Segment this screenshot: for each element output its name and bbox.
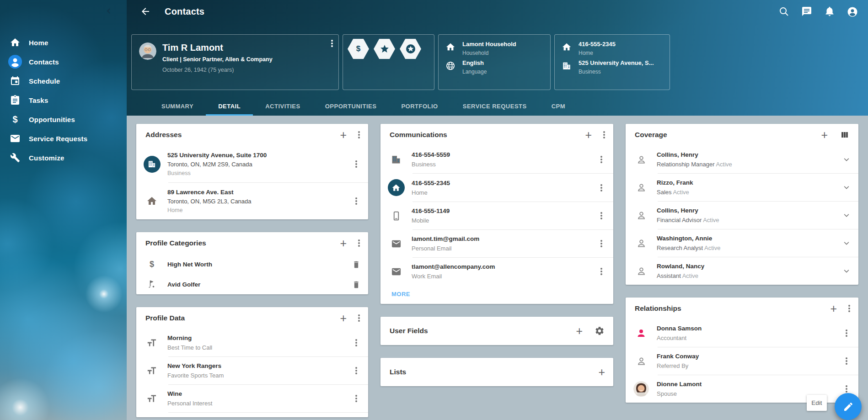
- profile-data-menu-icon[interactable]: [358, 317, 360, 319]
- communication-row-menu-icon[interactable]: [600, 187, 602, 189]
- sidebar-item-label: Customize: [29, 154, 64, 162]
- coverage-columns-icon[interactable]: [839, 129, 850, 140]
- relationship-row-menu-icon[interactable]: [846, 332, 847, 334]
- sidebar-item-schedule[interactable]: Schedule: [0, 71, 127, 90]
- addresses-menu-icon[interactable]: [358, 134, 360, 136]
- tab-portfolio[interactable]: PORTFOLIO: [389, 96, 450, 116]
- address-row-menu-icon[interactable]: [355, 163, 357, 165]
- communications-more-link[interactable]: MORE: [380, 285, 613, 304]
- sidebar-item-home[interactable]: Home: [0, 33, 127, 52]
- user-fields-settings-icon[interactable]: [594, 325, 605, 336]
- relationship-role: Referred By: [657, 362, 835, 369]
- primary-address-label: Business: [579, 69, 654, 75]
- back-arrow-icon[interactable]: [140, 6, 151, 17]
- edit-fab-button[interactable]: [835, 393, 862, 420]
- coverage-expand-button[interactable]: [835, 239, 858, 248]
- sidebar-item-label: Opportunities: [29, 116, 75, 123]
- chevron-down-icon: [842, 239, 851, 248]
- profile-data-row-menu-icon[interactable]: [355, 342, 357, 344]
- add-profile-data-button[interactable]: +: [340, 314, 347, 323]
- hero-cards-row: Tim R Lamont Client | Senior Partner, Al…: [127, 23, 868, 90]
- account-icon[interactable]: [847, 6, 858, 17]
- address-row: 89 Lawrence Ave. East Toronto, ON, M5G 2…: [136, 183, 368, 219]
- add-address-button[interactable]: +: [340, 130, 347, 139]
- communication-row-menu-icon[interactable]: [600, 159, 602, 160]
- sidebar-item-customize[interactable]: Customize: [0, 148, 127, 167]
- delete-category-button[interactable]: [344, 260, 368, 269]
- profile-data-row: New York Rangers Favorite Sports Team: [136, 357, 368, 384]
- card-title: Profile Data: [145, 314, 185, 322]
- tab-summary[interactable]: SUMMARY: [149, 96, 206, 116]
- badges-card: $: [343, 34, 434, 90]
- profile-categories-card: Profile Categories + $ High Net Worth A: [136, 232, 368, 294]
- sidebar-collapse-button[interactable]: [104, 6, 114, 16]
- dollar-icon: $: [8, 112, 22, 127]
- tab-opportunities[interactable]: OPPORTUNITIES: [313, 96, 389, 116]
- sidebar-item-contacts[interactable]: Contacts: [0, 52, 127, 71]
- address-line2: Toronto, ON, M2M 2S9, Canada: [167, 161, 344, 168]
- wrench-icon: [8, 150, 22, 165]
- coverage-name: Rowland, Nancy: [657, 263, 835, 270]
- coverage-name: Rizzo, Frank: [657, 179, 835, 186]
- chat-icon[interactable]: [801, 6, 812, 17]
- primary-address: 525 University Avenue, S...: [579, 59, 654, 66]
- relationship-row-menu-icon[interactable]: [846, 388, 847, 390]
- profile-data-row-menu-icon[interactable]: [355, 370, 357, 372]
- delete-category-button[interactable]: [344, 280, 368, 289]
- coverage-card: Coverage + Collins, Henry Relationship M…: [626, 124, 858, 285]
- add-list-button[interactable]: +: [598, 367, 605, 377]
- communication-row-menu-icon[interactable]: [600, 215, 602, 217]
- household-card: Lamont Household Household English Langu…: [438, 34, 551, 90]
- detail-content[interactable]: Addresses + 525 University Avenue, Suite…: [127, 116, 868, 420]
- add-coverage-button[interactable]: +: [821, 130, 828, 139]
- communications-menu-icon[interactable]: [603, 134, 605, 136]
- address-row: 525 University Avenue, Suite 1700 Toront…: [136, 146, 368, 182]
- profile-data-row-menu-icon[interactable]: [355, 398, 357, 399]
- communication-row-menu-icon[interactable]: [600, 271, 602, 272]
- home-icon: [445, 42, 456, 53]
- address-row-menu-icon[interactable]: [355, 200, 357, 202]
- primary-phone-row: 416-555-2345 Home: [562, 41, 670, 56]
- relationships-card: Relationships + Donna Samson Accountant: [626, 298, 858, 403]
- chevron-down-icon: [842, 183, 851, 192]
- coverage-status: Active: [704, 245, 720, 251]
- add-profile-category-button[interactable]: +: [340, 239, 347, 248]
- address-line1: 525 University Avenue, Suite 1700: [167, 152, 344, 159]
- coverage-expand-button[interactable]: [835, 183, 858, 192]
- home-icon: [8, 35, 22, 50]
- sidebar-item-service-requests[interactable]: Service Requests: [0, 129, 127, 148]
- coverage-expand-button[interactable]: [835, 266, 858, 276]
- add-communication-button[interactable]: +: [585, 130, 592, 139]
- dollar-hexagon-badge: $: [348, 39, 369, 59]
- building-icon: [380, 154, 412, 165]
- relationships-menu-icon[interactable]: [848, 308, 850, 309]
- contact-more-menu-icon[interactable]: [331, 43, 333, 44]
- email-icon: [380, 266, 412, 277]
- person-outline-icon: [626, 182, 657, 193]
- tab-detail[interactable]: DETAIL: [206, 96, 253, 116]
- search-icon[interactable]: [778, 6, 789, 17]
- profile-categories-menu-icon[interactable]: [358, 242, 360, 244]
- person-outline-icon: [626, 210, 657, 221]
- tab-service-requests[interactable]: SERVICE REQUESTS: [450, 96, 539, 116]
- tab-cpm[interactable]: CPM: [539, 96, 578, 116]
- column-1: Addresses + 525 University Avenue, Suite…: [136, 124, 368, 420]
- relationship-row-menu-icon[interactable]: [846, 360, 847, 362]
- communication-value: 416-554-5559: [412, 151, 589, 158]
- sidebar-item-tasks[interactable]: Tasks: [0, 90, 127, 110]
- contact-tabs: SUMMARY DETAIL ACTIVITIES OPPORTUNITIES …: [127, 96, 868, 116]
- tab-activities[interactable]: ACTIVITIES: [253, 96, 313, 116]
- building-icon: [144, 156, 161, 173]
- add-relationship-button[interactable]: +: [830, 304, 837, 313]
- card-title: Communications: [390, 131, 447, 139]
- coverage-expand-button[interactable]: [835, 211, 858, 220]
- coverage-expand-button[interactable]: [835, 155, 858, 164]
- household-row[interactable]: Lamont Household Household: [445, 41, 550, 56]
- add-user-field-button[interactable]: +: [576, 326, 583, 335]
- profile-data-row: Wine Personal Interest: [136, 385, 368, 412]
- sidebar-item-opportunities[interactable]: $ Opportunities: [0, 110, 127, 129]
- communication-row-menu-icon[interactable]: [600, 243, 602, 245]
- card-title: Coverage: [635, 131, 667, 139]
- communication-row: 416-555-2345 Home: [380, 174, 613, 202]
- notifications-icon[interactable]: [824, 6, 835, 17]
